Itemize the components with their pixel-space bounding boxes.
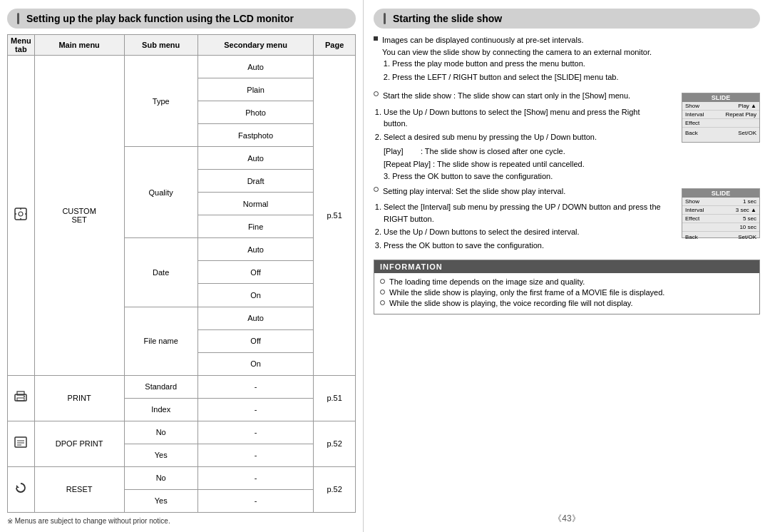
header-line-icon — [17, 13, 19, 24]
slide-img-2-row1: Show 1 sec — [682, 198, 759, 206]
bullet-3-steps: Select the [Interval] sub menu by pressi… — [384, 201, 664, 251]
bullet-2-main: Start the slide show : The slide show ca… — [383, 91, 630, 100]
reset-page: p.52 — [314, 466, 356, 512]
custom-set-label: CUSTOMSET — [34, 56, 124, 376]
slide-img-2-effect-label: Effect — [685, 215, 699, 222]
dpof-label: DPOF PRINT — [34, 421, 124, 466]
bullet-1-step-2: Press the LEFT / RIGHT button and select… — [392, 71, 760, 83]
play-note: [Play] : The slide show is closed after … — [384, 147, 565, 155]
filename-auto: Auto — [197, 307, 313, 329]
print-icon — [14, 389, 28, 404]
right-header-line-icon — [384, 13, 386, 24]
slide-image-2: SLIDE Show 1 sec Interval 3 sec ▲ Effect… — [682, 188, 760, 238]
bullet-3-step-2: Use the Up / Down buttons to select the … — [384, 226, 664, 238]
col-sub-menu: Sub menu — [124, 35, 197, 56]
information-box: INFORMATION The loading time depends on … — [374, 260, 760, 314]
date-auto: Auto — [197, 238, 313, 261]
slide-img-2-show-val: 1 sec — [743, 198, 756, 205]
slide-img-1-set: Set/OK — [738, 130, 756, 136]
type-submenu: Type — [124, 56, 197, 147]
dpof-no-secondary: - — [197, 421, 313, 444]
quality-draft: Draft — [197, 170, 313, 193]
slide-img-1-row1: Show Play ▲ — [682, 102, 759, 111]
table-row: RESET No - p.52 — [8, 466, 356, 489]
bullet-3-step-1: Select the [Interval] sub menu by pressi… — [384, 201, 664, 225]
slide-img-2-row3: Effect 5 sec — [682, 215, 759, 223]
bullet-3-step-3: Press the OK button to save the configur… — [384, 240, 664, 252]
page-number: 《43》 — [374, 513, 760, 525]
table-row: DPOF PRINT No - p.52 — [8, 421, 356, 444]
slide-image-1: SLIDE Show Play ▲ Interval Repeat Play E… — [682, 93, 760, 143]
filename-submenu: File name — [124, 307, 197, 375]
info-item-1: The loading time depends on the image si… — [380, 277, 754, 286]
dpof-icon — [14, 435, 28, 449]
bullet-1-sub: You can view the slide show by connectin… — [382, 48, 652, 56]
reset-yes: Yes — [124, 489, 197, 512]
left-header-text: Setting up the play back function using … — [26, 13, 294, 24]
dpof-yes-secondary: - — [197, 444, 313, 466]
slide-img-2-row4: 10 sec — [682, 223, 759, 232]
custom-set-icon — [14, 207, 28, 221]
bullet-2-content: Start the slide show : The slide show ca… — [374, 90, 664, 185]
slide-img-1-show-label: Show — [685, 103, 699, 109]
left-section-header: Setting up the play back function using … — [7, 9, 356, 29]
slide-img-1-row3: Effect — [682, 119, 759, 128]
bullet-3-content: Setting play interval: Set the slide sho… — [374, 185, 664, 255]
custom-icon-cell — [8, 56, 35, 376]
information-content: The loading time depends on the image si… — [374, 273, 759, 314]
slide-img-2-title: SLIDE — [682, 189, 759, 198]
slide-img-1-nav: Back Set/OK — [682, 129, 759, 137]
info-text-1: The loading time depends on the image si… — [389, 277, 585, 286]
bullet-2-step3: 3. Press the OK button to save the confi… — [384, 170, 664, 183]
slide-img-2-interval-val: 3 sec ▲ — [736, 207, 756, 213]
svg-point-3 — [20, 218, 21, 220]
bullet-2-header: Start the slide show : The slide show ca… — [374, 90, 664, 102]
bullet-1-steps: Press the play mode button and press the… — [392, 58, 760, 83]
bullet-3-text: Setting play interval: Set the slide sho… — [383, 185, 664, 198]
slide-img-1-show-val: Play ▲ — [738, 103, 756, 109]
slide-img-1-effect-label: Effect — [685, 120, 699, 126]
slide-img-2-effect-val: 5 sec — [743, 215, 756, 222]
svg-point-9 — [24, 396, 25, 397]
col-secondary-menu: Secondary menu — [197, 35, 313, 56]
menu-table: Menu tab Main menu Sub menu Secondary me… — [7, 34, 356, 513]
bullet-3-main: Setting play interval: Set the slide sho… — [383, 187, 565, 195]
print-index-secondary: - — [197, 398, 313, 421]
reset-no: No — [124, 466, 197, 489]
slide-img-1-row2: Interval Repeat Play — [682, 111, 759, 119]
type-fastphoto: Fastphoto — [197, 124, 313, 147]
right-panel: Starting the slide show Images can be di… — [364, 0, 770, 532]
right-content: Images can be displayed continuously at … — [374, 34, 760, 507]
col-page: Page — [314, 35, 356, 56]
slide-img-2-show-label: Show — [685, 198, 699, 205]
bullet-point-1: Images can be displayed continuously at … — [374, 34, 760, 86]
reset-no-secondary: - — [197, 466, 313, 489]
bullet-point-3: Setting play interval: Set the slide sho… — [374, 185, 760, 255]
bullet-2-step-2: Select a desired sub menu by pressing th… — [384, 131, 664, 143]
bullet-point-2: Start the slide show : The slide show ca… — [374, 90, 760, 185]
right-header-text: Starting the slide show — [393, 13, 502, 24]
svg-rect-10 — [15, 437, 26, 447]
filename-off: Off — [197, 329, 313, 352]
info-text-2: While the slide show is playing, only th… — [389, 288, 664, 297]
reset-icon — [14, 481, 28, 495]
print-index: Index — [124, 398, 197, 421]
type-plain: Plain — [197, 78, 313, 101]
table-row: CUSTOMSET Type Auto p.51 — [8, 56, 356, 78]
print-standard: Standard — [124, 375, 197, 398]
svg-marker-14 — [16, 485, 19, 488]
reset-icon-cell — [8, 466, 35, 512]
date-submenu: Date — [124, 238, 197, 307]
bullet-1-text: Images can be displayed continuously at … — [382, 34, 760, 86]
quality-fine: Fine — [197, 215, 313, 238]
bullet-dot-icon-3 — [374, 187, 379, 192]
dpof-no: No — [124, 421, 197, 444]
col-main-menu: Main menu — [34, 35, 124, 56]
bullet-2-step-1: Use the Up / Down buttons to select the … — [384, 106, 664, 130]
custom-page: p.51 — [314, 56, 356, 376]
quality-normal: Normal — [197, 193, 313, 215]
dpof-page: p.52 — [314, 421, 356, 466]
slide-img-2-10sec-val: 10 sec — [739, 224, 756, 230]
repeat-note: [Repeat Play] : The slide show is repeat… — [384, 160, 585, 168]
quality-auto: Auto — [197, 147, 313, 170]
